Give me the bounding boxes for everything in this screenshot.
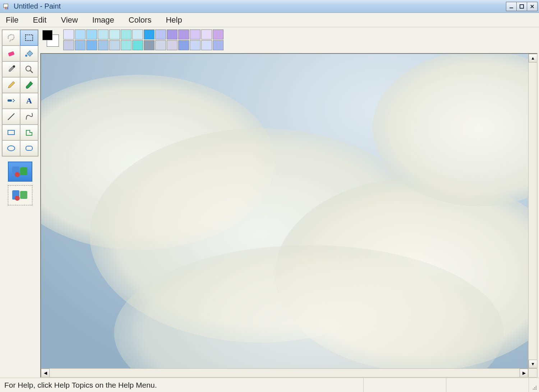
palette-swatch-13[interactable] [213, 29, 224, 39]
canvas[interactable] [41, 54, 528, 368]
palette-swatch-5[interactable] [121, 29, 132, 39]
svg-line-11 [30, 70, 33, 73]
svg-point-35 [536, 387, 537, 388]
tool-options [7, 162, 33, 205]
maximize-button[interactable] [516, 2, 527, 11]
svg-point-9 [13, 65, 15, 67]
svg-rect-26 [20, 191, 27, 199]
svg-point-37 [534, 389, 535, 390]
tool-grid: A [2, 29, 38, 157]
palette-swatch-24[interactable] [178, 40, 189, 50]
tool-brush[interactable] [20, 77, 38, 93]
svg-rect-1 [5, 7, 6, 9]
scroll-down-button[interactable]: ▼ [529, 360, 537, 368]
palette-swatch-23[interactable] [167, 40, 178, 50]
option-opaque[interactable] [8, 162, 32, 182]
close-button[interactable] [527, 2, 538, 11]
tool-airbrush[interactable] [2, 93, 20, 109]
palette-swatch-8[interactable] [155, 29, 166, 39]
toolbox: A [0, 27, 40, 378]
palette-swatch-4[interactable] [109, 29, 120, 39]
palette-swatch-27[interactable] [213, 40, 224, 50]
palette-swatch-25[interactable] [190, 40, 201, 50]
statusbar: For Help, click Help Topics on the Help … [0, 378, 539, 392]
tool-curve[interactable] [20, 109, 38, 125]
status-pos-pane [364, 378, 446, 392]
svg-line-17 [8, 113, 14, 120]
svg-point-36 [533, 389, 534, 390]
tool-pencil[interactable] [2, 77, 20, 93]
menu-colors[interactable]: Colors [126, 15, 154, 25]
status-size-pane [446, 378, 529, 392]
color-indicator[interactable] [42, 29, 60, 47]
palette-swatch-21[interactable] [144, 40, 155, 50]
resize-grip[interactable] [529, 378, 539, 392]
palette-swatch-0[interactable] [63, 29, 74, 39]
palette-swatch-7[interactable] [144, 29, 155, 39]
svg-point-8 [25, 55, 27, 57]
svg-point-13 [13, 99, 14, 100]
scroll-left-button[interactable]: ◀ [41, 369, 50, 377]
canvas-image [41, 54, 528, 368]
svg-text:A: A [26, 96, 32, 105]
tool-ellipse[interactable] [2, 140, 20, 156]
menu-image[interactable]: Image [90, 15, 116, 25]
svg-point-38 [536, 389, 537, 390]
palette-swatch-2[interactable] [86, 29, 97, 39]
svg-point-33 [536, 386, 537, 387]
vertical-scrollbar[interactable]: ▲ ▼ [528, 54, 537, 368]
palette-swatch-26[interactable] [201, 40, 212, 50]
scroll-right-button[interactable]: ▶ [520, 369, 528, 377]
palette-swatch-17[interactable] [98, 40, 109, 50]
palette-swatch-10[interactable] [178, 29, 189, 39]
tool-rounded-rectangle[interactable] [20, 140, 38, 156]
palette-swatch-9[interactable] [167, 29, 178, 39]
tool-free-form-select[interactable] [2, 30, 20, 46]
minimize-button[interactable] [506, 2, 517, 11]
svg-point-25 [15, 196, 20, 201]
scroll-up-button[interactable]: ▲ [529, 54, 537, 62]
palette-swatch-18[interactable] [109, 40, 120, 50]
svg-rect-3 [7, 7, 8, 9]
menu-file[interactable]: File [4, 15, 20, 25]
svg-rect-23 [20, 167, 27, 175]
tool-rectangle[interactable] [2, 125, 20, 140]
menu-help[interactable]: Help [163, 15, 184, 25]
palette-swatch-15[interactable] [75, 40, 86, 50]
tool-text[interactable]: A [20, 93, 38, 109]
horizontal-scrollbar[interactable]: ◀ ▶ [41, 368, 528, 377]
svg-point-34 [534, 387, 535, 388]
svg-rect-7 [8, 51, 14, 57]
palette-swatch-22[interactable] [155, 40, 166, 50]
menu-view[interactable]: View [59, 15, 80, 25]
tool-magnifier[interactable] [20, 61, 38, 77]
svg-point-14 [14, 100, 15, 101]
palette-swatch-3[interactable] [98, 29, 109, 39]
scroll-corner [528, 368, 537, 377]
tool-line[interactable] [2, 109, 20, 125]
tool-polygon[interactable] [20, 125, 38, 140]
content-area: A [0, 27, 539, 392]
foreground-color-swatch[interactable] [42, 30, 52, 40]
app-icon [3, 3, 10, 10]
palette-swatch-16[interactable] [86, 40, 97, 50]
palette-swatch-19[interactable] [121, 40, 132, 50]
menubar: File Edit View Image Colors Help [0, 13, 539, 27]
tool-fill[interactable] [20, 46, 38, 61]
palette-swatch-20[interactable] [132, 40, 143, 50]
svg-point-22 [15, 172, 20, 177]
window-title: Untitled - Paint [14, 2, 506, 10]
palette-swatch-1[interactable] [75, 29, 86, 39]
svg-rect-4 [510, 8, 513, 8]
option-transparent[interactable] [8, 185, 32, 205]
palette-swatch-6[interactable] [132, 29, 143, 39]
tool-pick-color[interactable] [2, 61, 20, 77]
menu-edit[interactable]: Edit [31, 15, 49, 25]
tool-rect-select[interactable] [20, 30, 38, 46]
svg-rect-18 [8, 130, 14, 135]
palette-swatch-12[interactable] [201, 29, 212, 39]
palette-swatch-14[interactable] [63, 40, 74, 50]
palette-swatch-11[interactable] [190, 29, 201, 39]
tool-eraser[interactable] [2, 46, 20, 61]
status-help-text: For Help, click Help Topics on the Help … [4, 381, 157, 389]
